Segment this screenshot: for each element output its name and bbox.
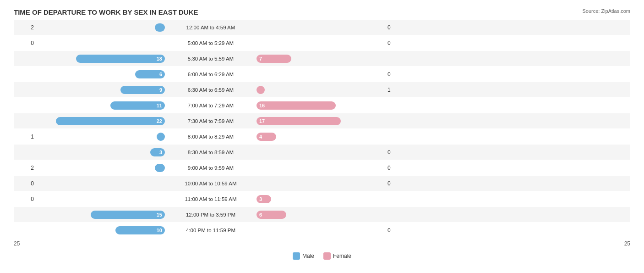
male-bar-area [37,133,165,141]
female-bar-area: 17 [257,117,385,125]
table-row: 104:00 PM to 11:59 PM0 [14,223,630,238]
female-bar: 3 [257,195,271,203]
male-bar-area: 6 [37,70,165,78]
table-row: 011:00 AM to 11:59 AM3 [14,191,630,206]
male-bar-area: 11 [37,101,165,110]
female-bar [257,86,265,94]
male-bar-area: 22 [37,117,165,125]
chart-area: 212:00 AM to 4:59 AM005:00 AM to 5:29 AM… [14,20,630,238]
male-bar-area: 18 [37,55,165,63]
male-bar [157,133,165,141]
female-value: 0 [385,40,408,46]
female-bar-area: 7 [257,55,385,63]
male-bar [155,164,165,172]
table-row: 185:30 AM to 5:59 AM7 [14,51,630,66]
male-value: 1 [14,134,37,140]
axis-right: 25 [624,240,630,247]
legend-female-box [323,252,331,260]
female-value: 0 [385,227,408,234]
male-value: 0 [14,40,37,46]
male-value: 2 [14,24,37,31]
female-bar-area: 3 [257,195,385,203]
male-bar: 22 [56,117,165,125]
female-value: 0 [385,180,408,187]
table-row: 227:30 AM to 7:59 AM17 [14,113,630,128]
male-bar: 9 [120,86,165,94]
table-row: 29:00 AM to 9:59 AM0 [14,160,630,175]
male-bar-area [37,23,165,32]
female-bar: 16 [257,101,336,110]
male-bar-area: 10 [37,226,165,234]
male-bar [155,23,165,32]
time-label: 8:00 AM to 8:29 AM [165,134,257,139]
table-row: 010:00 AM to 10:59 AM0 [14,176,630,191]
male-bar-area: 9 [37,86,165,94]
time-label: 5:30 AM to 5:59 AM [165,56,257,61]
male-value: 0 [14,180,37,187]
chart-container: TIME OF DEPARTURE TO WORK BY SEX IN EAST… [0,0,644,273]
time-label: 5:00 AM to 5:29 AM [165,40,257,46]
female-bar: 6 [257,211,286,219]
chart-title: TIME OF DEPARTURE TO WORK BY SEX IN EAST… [14,8,630,16]
male-bar-area [37,164,165,172]
axis-labels: 25 25 [14,239,630,249]
male-bar-area: 15 [37,211,165,219]
time-label: 8:30 AM to 8:59 AM [165,150,257,155]
male-value: 0 [14,196,37,202]
female-bar-area: 6 [257,211,385,219]
legend: Male Female [14,252,630,260]
table-row: 117:00 AM to 7:29 AM16 [14,98,630,113]
female-value: 0 [385,71,408,78]
legend-male-box [293,252,300,260]
time-label: 4:00 PM to 11:59 PM [165,228,257,233]
legend-female: Female [323,252,351,260]
male-bar: 11 [110,101,165,110]
table-row: 96:30 AM to 6:59 AM1 [14,82,630,97]
male-bar: 10 [115,226,165,234]
time-label: 11:00 AM to 11:59 AM [165,196,257,202]
female-value: 0 [385,149,408,156]
time-label: 12:00 PM to 3:59 PM [165,212,257,217]
table-row: 66:00 AM to 6:29 AM0 [14,67,630,82]
male-bar: 3 [150,148,165,156]
female-bar-area: 16 [257,101,385,110]
female-bar: 7 [257,55,291,63]
legend-male: Male [293,252,314,260]
female-value: 1 [385,87,408,93]
female-bar-area: 4 [257,133,385,141]
legend-male-label: Male [302,253,314,259]
male-value: 2 [14,165,37,171]
table-row: 1512:00 PM to 3:59 PM6 [14,207,630,222]
male-bar: 18 [76,55,165,63]
legend-female-label: Female [333,253,351,259]
axis-left: 25 [14,240,20,247]
table-row: 38:30 AM to 8:59 AM0 [14,145,630,160]
female-bar: 4 [257,133,276,141]
source-label: Source: ZipAtlas.com [582,8,630,14]
time-label: 10:00 AM to 10:59 AM [165,181,257,186]
female-bar-area [257,86,385,94]
time-label: 12:00 AM to 4:59 AM [165,25,257,30]
time-label: 6:30 AM to 6:59 AM [165,87,257,93]
time-label: 6:00 AM to 6:29 AM [165,72,257,77]
time-label: 9:00 AM to 9:59 AM [165,165,257,171]
time-label: 7:30 AM to 7:59 AM [165,118,257,124]
table-row: 05:00 AM to 5:29 AM0 [14,35,630,50]
female-value: 0 [385,165,408,171]
male-bar: 6 [135,70,165,78]
table-row: 18:00 AM to 8:29 AM4 [14,129,630,144]
female-value: 0 [385,24,408,31]
time-label: 7:00 AM to 7:29 AM [165,103,257,108]
male-bar: 15 [91,211,165,219]
female-bar: 17 [257,117,341,125]
table-row: 212:00 AM to 4:59 AM0 [14,20,630,35]
male-bar-area: 3 [37,148,165,156]
